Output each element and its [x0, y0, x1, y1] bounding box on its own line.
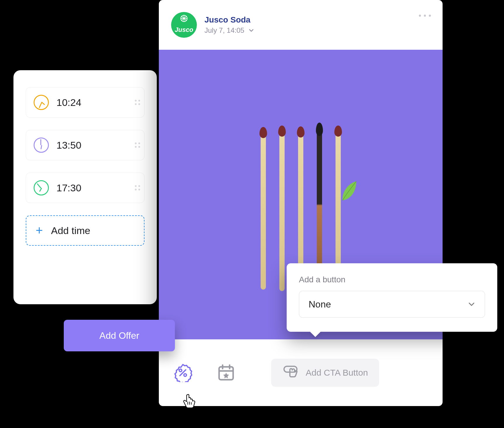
discount-badge-icon[interactable]: [173, 363, 193, 383]
avatar-logo-icon: [177, 15, 191, 22]
avatar: Jusco: [171, 12, 197, 38]
svg-line-7: [180, 370, 186, 376]
clock-icon: [34, 95, 49, 110]
chevron-down-icon: [468, 300, 475, 308]
clock-icon: [34, 180, 49, 195]
drag-handle-icon[interactable]: [135, 100, 140, 105]
avatar-text: Jusco: [175, 26, 193, 34]
select-value: None: [309, 299, 331, 310]
post-card: Jusco Jusco Soda July 7, 14:05: [159, 0, 443, 406]
plus-icon: +: [36, 224, 43, 237]
add-offer-label: Add Offer: [99, 330, 139, 341]
add-time-label: Add time: [51, 225, 90, 236]
tap-icon: [282, 365, 299, 381]
post-date: July 7, 14:05: [204, 26, 244, 35]
post-header: Jusco Jusco Soda July 7, 14:05: [159, 0, 443, 50]
time-slot-label: 17:30: [56, 182, 81, 194]
add-button-dropdown: Add a button None: [287, 263, 497, 332]
time-slot-3[interactable]: 17:30: [26, 173, 145, 203]
add-time-button[interactable]: + Add time: [26, 215, 145, 246]
clock-icon: [34, 137, 49, 153]
button-select[interactable]: None: [299, 291, 485, 318]
post-date-row[interactable]: July 7, 14:05: [204, 26, 254, 35]
time-slots-panel: 10:24 13:50 17:30 + Add time: [13, 70, 157, 304]
drag-handle-icon[interactable]: [135, 142, 140, 148]
svg-point-6: [184, 374, 187, 377]
time-slot-label: 10:24: [56, 97, 81, 108]
post-footer: Add CTA Button: [159, 339, 443, 406]
dropdown-title: Add a button: [299, 275, 485, 284]
account-name[interactable]: Jusco Soda: [204, 15, 254, 25]
drag-handle-icon[interactable]: [135, 185, 140, 190]
add-offer-button[interactable]: Add Offer: [64, 320, 175, 351]
time-slot-1[interactable]: 10:24: [26, 87, 145, 118]
chevron-down-icon: [248, 27, 254, 33]
svg-point-5: [179, 369, 182, 372]
calendar-star-icon[interactable]: [216, 363, 236, 383]
more-menu-icon[interactable]: [419, 15, 431, 17]
add-cta-button[interactable]: Add CTA Button: [271, 359, 379, 387]
post-meta: Jusco Soda July 7, 14:05: [204, 15, 254, 35]
time-slot-label: 13:50: [56, 140, 81, 151]
leaf-icon: [340, 180, 358, 203]
cta-chip-label: Add CTA Button: [306, 368, 368, 378]
time-slot-2[interactable]: 13:50: [26, 130, 145, 160]
